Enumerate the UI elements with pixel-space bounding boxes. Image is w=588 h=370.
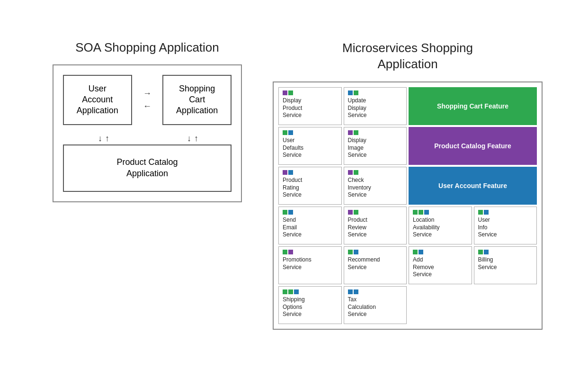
send-email-service: SendEmailService <box>278 207 342 244</box>
dot-purple <box>288 250 293 254</box>
arrow-container: → ← <box>137 89 158 111</box>
display-image-label: DisplayImageService <box>348 137 367 159</box>
dot-blue <box>484 210 489 215</box>
dot-green <box>478 210 483 215</box>
ms-diagram: DisplayProductService UpdateDisplayServi… <box>273 81 543 330</box>
dot-green <box>348 250 353 254</box>
dot-blue-1 <box>348 289 353 294</box>
shipping-options-label: ShippingOptionsService <box>283 296 305 318</box>
product-catalog-label: Product CatalogApplication <box>116 157 178 179</box>
product-rating-label: ProductRatingService <box>283 177 302 199</box>
dot-blue <box>288 210 293 215</box>
product-review-label: ProductReviewService <box>348 217 367 239</box>
dot-green-1 <box>413 210 418 215</box>
user-account-feature-label: User Account Feature <box>438 181 507 190</box>
shopping-cart-feature-label: Shopping Cart Feature <box>437 102 508 110</box>
dot-blue <box>419 250 423 254</box>
arrow-right: → <box>143 89 151 99</box>
user-defaults-service: UserDefaultsService <box>278 127 342 165</box>
dot-green-2 <box>419 210 423 215</box>
product-catalog-feature: Product Catalog Feature <box>409 127 537 165</box>
user-info-service: UserInfoService <box>474 207 537 244</box>
down-arrow-1: ↓ <box>98 134 102 144</box>
dot-row <box>478 250 489 254</box>
dot-green <box>354 210 358 215</box>
dot-row <box>283 130 293 135</box>
dot-row <box>348 130 358 135</box>
down-arrow-2: ↓ <box>187 134 191 144</box>
dot-green-1 <box>283 289 287 294</box>
dot-green <box>478 250 483 254</box>
dot-row <box>348 289 358 294</box>
display-image-service: DisplayImageService <box>344 127 407 165</box>
add-remove-label: AddRemoveService <box>413 256 434 279</box>
promotions-label: PromotionsService <box>283 256 312 271</box>
dot-purple <box>348 210 353 215</box>
arrow-pair-left: ↓ ↑ <box>98 134 109 144</box>
dot-blue <box>288 170 293 175</box>
shopping-cart-feature: Shopping Cart Feature <box>409 87 537 125</box>
arrow-left: ← <box>143 101 151 111</box>
product-catalog-box: Product CatalogApplication <box>63 144 232 192</box>
product-rating-service: ProductRatingService <box>278 167 342 205</box>
dot-row <box>283 250 293 254</box>
update-display-label: UpdateDisplayService <box>348 97 367 119</box>
tax-calculation-label: TaxCalculationService <box>348 296 376 318</box>
user-account-label: UserAccountApplication <box>77 83 118 117</box>
dot-row <box>348 210 358 215</box>
update-display-service: UpdateDisplayService <box>344 87 407 125</box>
display-product-service: DisplayProductService <box>278 87 342 125</box>
dot-green <box>283 210 287 215</box>
recommend-label: RecommendService <box>348 256 380 271</box>
dot-green <box>413 250 418 254</box>
product-catalog-feature-label: Product Catalog Feature <box>434 142 511 150</box>
billing-service: BillingService <box>474 246 537 284</box>
dot-row <box>283 289 299 294</box>
dot-blue <box>354 250 358 254</box>
dot-row <box>478 210 489 215</box>
promotions-service: PromotionsService <box>278 246 342 284</box>
dot-purple <box>348 130 353 135</box>
ms-title: Microservices ShoppingApplication <box>342 40 473 72</box>
dot-blue <box>484 250 489 254</box>
dot-green <box>354 90 358 95</box>
send-email-label: SendEmailService <box>283 217 302 239</box>
dot-green-2 <box>288 289 293 294</box>
user-account-box: UserAccountApplication <box>63 75 132 125</box>
user-account-feature: User Account Feature <box>409 167 537 205</box>
user-info-label: UserInfoService <box>478 217 497 239</box>
ms-grid: DisplayProductService UpdateDisplayServi… <box>278 87 537 324</box>
display-product-label: DisplayProductService <box>283 97 302 119</box>
dot-purple <box>283 90 287 95</box>
dot-green <box>354 170 358 175</box>
product-review-service: ProductReviewService <box>344 207 407 244</box>
soa-bottom-row: Product CatalogApplication <box>63 144 232 192</box>
dot-green <box>283 130 287 135</box>
location-availability-label: LocationAvailabilityService <box>413 217 439 239</box>
soa-section: SOA Shopping Application UserAccountAppl… <box>43 40 251 202</box>
dot-row <box>348 250 358 254</box>
location-availability-service: LocationAvailabilityService <box>409 207 472 244</box>
dot-blue <box>348 90 353 95</box>
check-inventory-service: CheckInventoryService <box>344 167 407 205</box>
tax-calculation-service: TaxCalculationService <box>344 286 407 324</box>
dot-blue <box>424 210 429 215</box>
dot-blue <box>294 289 299 294</box>
shopping-cart-box: ShoppingCartApplication <box>162 75 232 125</box>
main-container: SOA Shopping Application UserAccountAppl… <box>34 31 554 340</box>
dot-row <box>413 210 429 215</box>
check-inventory-label: CheckInventoryService <box>348 177 371 199</box>
dot-row <box>283 90 293 95</box>
add-remove-service: AddRemoveService <box>409 246 472 284</box>
shopping-cart-label: ShoppingCartApplication <box>176 83 218 117</box>
dot-blue-2 <box>354 289 358 294</box>
dot-green <box>354 130 358 135</box>
dot-green <box>288 90 293 95</box>
dot-green <box>283 250 287 254</box>
dot-purple <box>348 170 353 175</box>
up-arrow-1: ↑ <box>105 134 109 144</box>
shipping-options-service: ShippingOptionsService <box>278 286 342 324</box>
recommend-service: RecommendService <box>344 246 407 284</box>
vertical-arrows: ↓ ↑ ↓ ↑ <box>63 133 233 144</box>
billing-label: BillingService <box>478 256 497 271</box>
